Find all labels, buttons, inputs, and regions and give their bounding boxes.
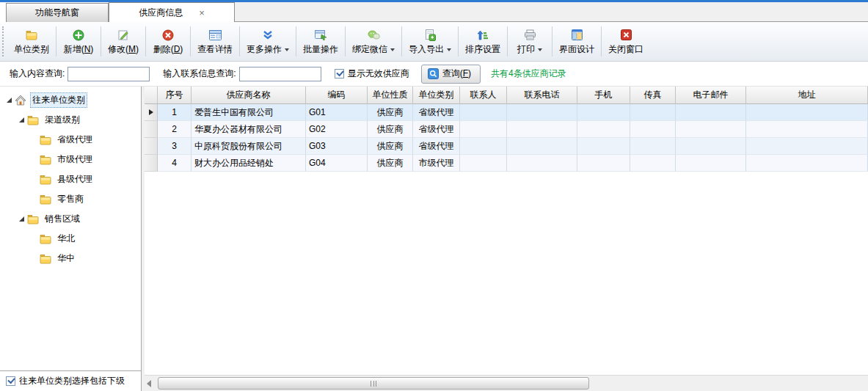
table-cell[interactable]: G01 (306, 104, 368, 121)
toolbar-button-3[interactable]: 修改(M) (102, 22, 145, 61)
table-cell[interactable] (676, 155, 746, 172)
table-cell[interactable]: G03 (306, 138, 368, 155)
table-cell[interactable]: 1 (158, 104, 192, 121)
table-cell[interactable] (630, 104, 676, 121)
table-cell[interactable] (746, 138, 868, 155)
table-cell[interactable] (746, 121, 868, 138)
table-cell[interactable] (746, 104, 868, 121)
column-header[interactable]: 序号 (158, 87, 192, 104)
table-cell[interactable]: 中原科贸股份有限公司 (192, 138, 306, 155)
toolbar-button-8[interactable]: 绑定微信 (346, 22, 401, 61)
toolbar-grip-handle[interactable] (2, 26, 7, 56)
column-header[interactable]: 电子邮件 (676, 87, 746, 104)
table-cell[interactable]: 省级代理 (413, 104, 460, 121)
table-cell[interactable] (676, 104, 746, 121)
toolbar-button-5[interactable]: 查看详情 (192, 22, 238, 61)
tree-item[interactable]: 销售区域 (0, 209, 141, 229)
table-cell[interactable] (460, 155, 507, 172)
tree-item[interactable]: 华北 (0, 229, 141, 249)
column-header[interactable]: 传真 (630, 87, 676, 104)
contact-query-input[interactable] (239, 67, 321, 81)
table-cell[interactable]: G02 (306, 121, 368, 138)
table-cell[interactable] (507, 104, 577, 121)
column-header[interactable]: 编码 (306, 87, 368, 104)
table-cell[interactable]: 2 (158, 121, 192, 138)
tree-item[interactable]: 市级代理 (0, 150, 141, 169)
tree-item[interactable]: 县级代理 (0, 169, 141, 189)
tab-inactive[interactable]: 功能导航窗 (6, 3, 109, 22)
table-cell[interactable] (676, 138, 746, 155)
tree-expander-icon[interactable] (17, 117, 26, 123)
row-selector[interactable] (145, 104, 158, 121)
table-cell[interactable] (577, 155, 630, 172)
table-cell[interactable]: 供应商 (368, 138, 413, 155)
chevron-down-icon[interactable] (285, 48, 289, 51)
table-cell[interactable] (507, 121, 577, 138)
table-cell[interactable]: 爱普生中国有限公司 (192, 104, 306, 121)
column-header[interactable]: 联系人 (460, 87, 507, 104)
table-cell[interactable] (460, 121, 507, 138)
table-cell[interactable] (630, 121, 676, 138)
toolbar-button-2[interactable]: 新增(N) (57, 22, 100, 61)
tree-item[interactable]: 渠道级别 (0, 110, 141, 130)
chevron-down-icon[interactable] (390, 48, 395, 51)
tree-item[interactable]: 华中 (0, 249, 141, 268)
tab-close-icon[interactable]: × (199, 8, 205, 18)
toolbar-button-1[interactable]: 单位类别 (8, 22, 55, 61)
table-row[interactable]: 1爱普生中国有限公司G01供应商省级代理 (145, 104, 868, 121)
scrollbar-thumb[interactable] (158, 377, 589, 390)
show-invalid-checkbox[interactable] (335, 69, 344, 78)
toolbar-button-11[interactable]: 打印 (508, 22, 551, 61)
table-cell[interactable] (507, 138, 577, 155)
toolbar-button-9[interactable]: 导入导出 (403, 22, 457, 61)
chevron-down-icon[interactable] (447, 48, 451, 51)
table-cell[interactable]: 供应商 (368, 104, 413, 121)
column-header[interactable]: 供应商名称 (192, 87, 306, 104)
tree-item[interactable]: 往来单位类别 (0, 90, 141, 110)
toolbar-button-12[interactable]: 界面设计 (553, 22, 600, 61)
tree-item[interactable]: 零售商 (0, 189, 141, 209)
tab-active[interactable]: 供应商信息× (109, 2, 235, 22)
table-cell[interactable] (630, 138, 676, 155)
tree-expander-icon[interactable] (4, 97, 13, 103)
row-selector[interactable] (145, 155, 158, 172)
toolbar-button-13[interactable]: 关闭窗口 (602, 22, 649, 61)
toolbar-button-10[interactable]: 排序设置 (459, 22, 506, 61)
column-header[interactable]: 手机 (577, 87, 630, 104)
toolbar-button-4[interactable]: 删除(D) (147, 22, 189, 61)
table-cell[interactable]: 3 (158, 138, 192, 155)
table-cell[interactable]: 供应商 (368, 155, 413, 172)
table-cell[interactable] (577, 138, 630, 155)
table-cell[interactable] (577, 121, 630, 138)
column-header[interactable]: 地址 (746, 87, 868, 104)
include-sub-checkbox[interactable] (6, 376, 15, 386)
table-cell[interactable] (577, 104, 630, 121)
table-cell[interactable]: 4 (158, 155, 192, 172)
row-selector[interactable] (145, 121, 158, 138)
table-cell[interactable]: 供应商 (368, 121, 413, 138)
column-header[interactable]: 单位类别 (413, 87, 460, 104)
table-cell[interactable]: 市级代理 (413, 155, 460, 172)
table-cell[interactable] (746, 155, 868, 172)
table-cell[interactable] (507, 155, 577, 172)
table-cell[interactable]: G04 (306, 155, 368, 172)
horizontal-scrollbar[interactable] (145, 375, 868, 391)
query-button[interactable]: 查询(F) (421, 65, 481, 84)
table-cell[interactable] (460, 138, 507, 155)
table-row[interactable]: 3中原科贸股份有限公司G03供应商省级代理 (145, 138, 868, 155)
table-cell[interactable]: 财大办公用品经销处 (192, 155, 306, 172)
table-cell[interactable]: 省级代理 (413, 138, 460, 155)
tree-expander-icon[interactable] (17, 216, 26, 222)
table-cell[interactable] (630, 155, 676, 172)
tree-item[interactable]: 省级代理 (0, 130, 141, 150)
table-cell[interactable]: 华夏办公器材有限公司 (192, 121, 306, 138)
table-row[interactable]: 2华夏办公器材有限公司G02供应商省级代理 (145, 121, 868, 138)
toolbar-button-7[interactable]: 批量操作 (297, 22, 344, 61)
toolbar-button-6[interactable]: 更多操作 (241, 22, 295, 61)
column-header[interactable]: 单位性质 (368, 87, 413, 104)
chevron-down-icon[interactable] (538, 48, 542, 51)
table-cell[interactable] (460, 104, 507, 121)
scroll-left-arrow-icon[interactable] (147, 380, 151, 387)
table-cell[interactable]: 省级代理 (413, 121, 460, 138)
content-query-input[interactable] (68, 67, 150, 81)
